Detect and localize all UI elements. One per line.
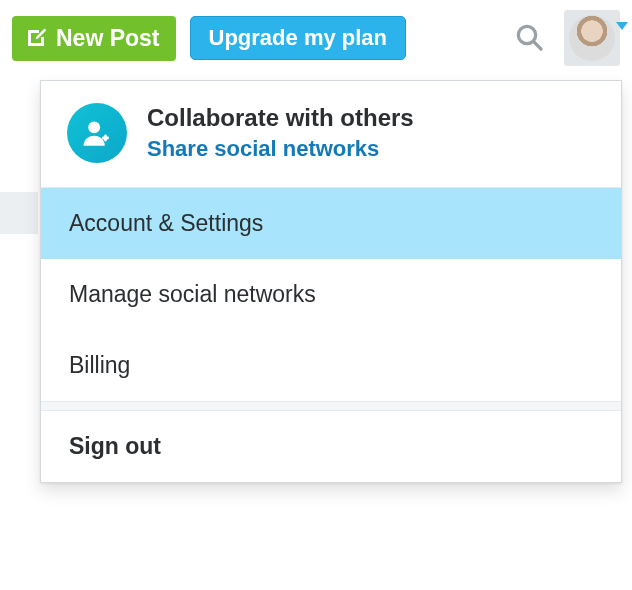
add-user-icon: [67, 103, 127, 163]
menu-item-label: Billing: [69, 352, 130, 378]
menu-header-text: Collaborate with others Share social net…: [147, 104, 414, 162]
menu-item-billing[interactable]: Billing: [41, 330, 621, 401]
upgrade-plan-label: Upgrade my plan: [209, 25, 387, 50]
sidebar-stub: [0, 192, 38, 234]
avatar: [569, 15, 615, 61]
menu-item-account-settings[interactable]: Account & Settings: [41, 188, 621, 259]
menu-header-title: Collaborate with others: [147, 104, 414, 132]
search-icon: [513, 21, 545, 56]
menu-item-sign-out[interactable]: Sign out: [41, 411, 621, 482]
menu-item-label: Account & Settings: [69, 210, 263, 236]
chevron-down-icon: [616, 22, 628, 30]
account-dropdown-menu: Collaborate with others Share social net…: [40, 80, 622, 483]
new-post-label: New Post: [56, 25, 160, 52]
svg-point-2: [88, 121, 100, 133]
upgrade-plan-button[interactable]: Upgrade my plan: [190, 16, 406, 60]
search-button[interactable]: [508, 17, 550, 59]
menu-item-label: Manage social networks: [69, 281, 316, 307]
new-post-button[interactable]: New Post: [12, 16, 176, 61]
menu-header: Collaborate with others Share social net…: [41, 81, 621, 188]
menu-divider: [41, 401, 621, 411]
share-social-networks-link[interactable]: Share social networks: [147, 136, 414, 162]
menu-item-manage-social-networks[interactable]: Manage social networks: [41, 259, 621, 330]
svg-line-1: [534, 41, 541, 48]
account-avatar-button[interactable]: [564, 10, 620, 66]
top-toolbar: New Post Upgrade my plan: [0, 0, 632, 80]
menu-item-label: Sign out: [69, 433, 161, 459]
compose-icon: [24, 26, 48, 50]
